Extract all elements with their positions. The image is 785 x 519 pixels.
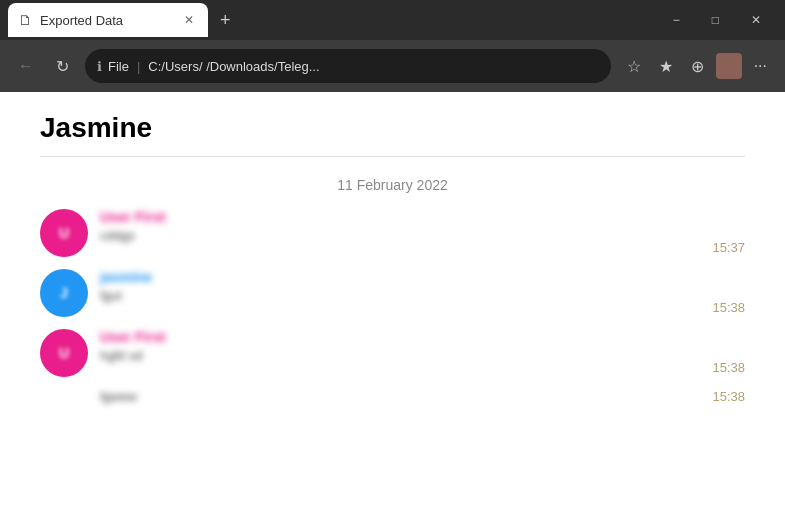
message-time: 15:38 <box>712 360 745 377</box>
maximize-button[interactable]: □ <box>696 0 735 40</box>
message-sender: jasmine <box>100 269 700 285</box>
back-button[interactable]: ← <box>12 53 40 79</box>
browser-chrome: 🗋 Exported Data ✕ + − □ ✕ ← ↻ ℹ File | C… <box>0 0 785 92</box>
message-text: fgut <box>100 288 700 303</box>
message-time: 15:38 <box>712 300 745 317</box>
messages-list: U User First cddgs 15:37 J jasmine fgut … <box>40 209 745 406</box>
tab-bar: 🗋 Exported Data ✕ + − □ ✕ <box>0 0 785 40</box>
message-row: fgwew 15:38 <box>40 389 745 406</box>
address-separator: | <box>137 59 140 74</box>
more-options-icon[interactable]: ··· <box>748 53 773 79</box>
message-body: User First cddgs <box>100 209 700 243</box>
message-row: J jasmine fgut 15:38 <box>40 269 745 317</box>
tab-close-button[interactable]: ✕ <box>180 11 198 29</box>
info-icon: ℹ <box>97 59 102 74</box>
url-text: C:/Users/ /Downloads/Teleg... <box>148 59 319 74</box>
avatar: U <box>40 329 88 377</box>
minimize-button[interactable]: − <box>657 0 696 40</box>
profile-icon[interactable] <box>716 53 742 79</box>
message-body: jasmine fgut <box>100 269 700 303</box>
active-tab[interactable]: 🗋 Exported Data ✕ <box>8 3 208 37</box>
tab-page-icon: 🗋 <box>18 12 32 28</box>
refresh-button[interactable]: ↻ <box>50 53 75 80</box>
message-row: U User First hgfd sd 15:38 <box>40 329 745 377</box>
message-sender: User First <box>100 209 700 225</box>
protocol-label: File <box>108 59 129 74</box>
avatar: U <box>40 209 88 257</box>
message-row: U User First cddgs 15:37 <box>40 209 745 257</box>
avatar: J <box>40 269 88 317</box>
collections-icon[interactable]: ⊕ <box>685 53 710 80</box>
tab-title: Exported Data <box>40 13 172 28</box>
message-text: fgwew <box>100 389 700 404</box>
address-bar: ← ↻ ℹ File | C:/Users/ /Downloads/Teleg.… <box>0 40 785 92</box>
toolbar-right: ☆ ★ ⊕ ··· <box>621 53 773 80</box>
page-content: Jasmine 11 February 2022 U User First cd… <box>0 92 785 519</box>
message-time: 15:37 <box>712 240 745 257</box>
window-controls: − □ ✕ <box>657 0 777 40</box>
date-separator: 11 February 2022 <box>40 177 745 193</box>
new-tab-button[interactable]: + <box>212 6 239 35</box>
message-body: User First hgfd sd <box>100 329 700 363</box>
close-button[interactable]: ✕ <box>735 0 777 40</box>
message-sender: User First <box>100 329 700 345</box>
message-text: hgfd sd <box>100 348 700 363</box>
chat-title: Jasmine <box>40 112 745 157</box>
message-time: 15:38 <box>712 389 745 406</box>
favorites-icon[interactable]: ★ <box>653 53 679 80</box>
message-body: fgwew <box>100 389 700 404</box>
address-field[interactable]: ℹ File | C:/Users/ /Downloads/Teleg... <box>85 49 611 83</box>
message-text: cddgs <box>100 228 700 243</box>
add-to-favorites-icon[interactable]: ☆ <box>621 53 647 80</box>
